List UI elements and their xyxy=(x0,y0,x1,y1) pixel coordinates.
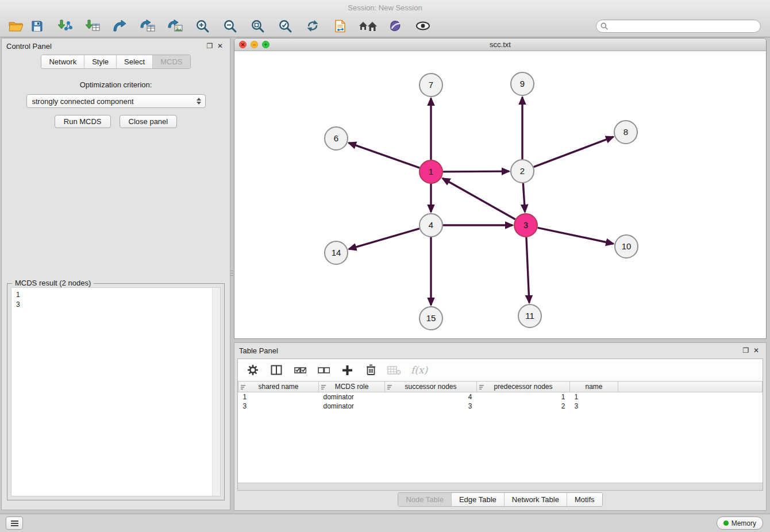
table-cell[interactable]: 1 xyxy=(570,392,618,402)
mcds-result-area[interactable]: 1 3 xyxy=(11,287,221,496)
column-header-predecessor-nodes[interactable]: predecessor nodes xyxy=(477,381,570,392)
table-cell[interactable]: 1 xyxy=(477,392,570,402)
table-row[interactable]: 1dominator411 xyxy=(238,392,763,402)
column-header-name[interactable]: name xyxy=(570,381,618,392)
table-settings-gear-icon[interactable] xyxy=(246,363,260,377)
table-panel: Table Panel ❐ ✕ xyxy=(234,342,767,511)
memory-button[interactable]: Memory xyxy=(717,516,763,530)
zoom-selected-icon[interactable] xyxy=(276,17,294,35)
table-cell[interactable]: 1 xyxy=(238,392,319,402)
minimize-window-icon[interactable]: − xyxy=(251,41,258,48)
zoom-out-icon[interactable] xyxy=(221,17,239,35)
import-table-icon[interactable] xyxy=(83,17,101,35)
zoom-window-icon[interactable]: + xyxy=(262,41,270,48)
table-cell[interactable]: dominator xyxy=(319,392,385,402)
table-hscrollbar[interactable] xyxy=(238,483,763,490)
edge-4-14[interactable] xyxy=(349,229,419,249)
edge-3-11[interactable] xyxy=(526,237,529,303)
task-history-button[interactable] xyxy=(6,516,23,530)
home-icons[interactable] xyxy=(359,17,377,35)
column-header-shared-name[interactable]: shared name xyxy=(238,381,319,392)
criterion-selected-value: strongly connected component xyxy=(32,97,134,106)
import-network-icon[interactable] xyxy=(55,17,74,35)
tab-style[interactable]: Style xyxy=(84,55,117,68)
node-15[interactable]: 15 xyxy=(419,307,442,330)
table-cell[interactable]: 3 xyxy=(385,402,477,411)
edge-3-10[interactable] xyxy=(538,228,614,244)
tab-network-table[interactable]: Network Table xyxy=(505,493,567,506)
float-panel-icon[interactable]: ❐ xyxy=(205,42,215,50)
delete-column-icon[interactable] xyxy=(364,363,378,377)
edge-1-6[interactable] xyxy=(349,143,419,168)
show-columns-icon[interactable] xyxy=(270,363,283,377)
column-header-mcds-role[interactable]: MCDS role xyxy=(319,381,385,392)
sort-icon xyxy=(241,384,247,392)
edge-3-1[interactable] xyxy=(442,178,515,219)
control-panel-title: Control Panel xyxy=(6,42,52,51)
sort-icon xyxy=(321,384,328,392)
node-1[interactable]: 1 xyxy=(419,160,442,183)
new-table-icon[interactable] xyxy=(138,17,156,35)
node-3[interactable]: 3 xyxy=(514,214,537,237)
tab-mcds[interactable]: MCDS xyxy=(153,55,190,68)
network-graph[interactable]: 7968124314101511 xyxy=(234,52,766,339)
apply-layout-icon[interactable] xyxy=(303,17,322,35)
new-network-icon[interactable] xyxy=(110,17,129,35)
network-canvas[interactable]: 7968124314101511 xyxy=(234,52,766,338)
column-header-successor-nodes[interactable]: successor nodes xyxy=(385,381,477,392)
panel-splitter-grip[interactable] xyxy=(230,265,233,280)
criterion-select[interactable]: strongly connected component xyxy=(26,94,206,108)
eye-icon[interactable] xyxy=(414,17,432,35)
node-6[interactable]: 6 xyxy=(325,127,348,150)
result-scrollbar[interactable] xyxy=(212,288,220,496)
close-table-panel-icon[interactable]: ✕ xyxy=(751,346,761,354)
search-input[interactable] xyxy=(610,22,756,30)
unselect-all-columns-icon[interactable] xyxy=(317,363,330,377)
close-panel-icon[interactable]: ✕ xyxy=(215,42,225,50)
table-cell[interactable]: dominator xyxy=(319,402,385,411)
node-14[interactable]: 14 xyxy=(325,241,348,264)
tab-node-table[interactable]: Node Table xyxy=(398,493,452,506)
tab-select[interactable]: Select xyxy=(117,55,153,68)
search-icon xyxy=(600,22,608,30)
search-box xyxy=(596,20,761,33)
node-2[interactable]: 2 xyxy=(511,160,534,183)
zoom-fit-icon[interactable] xyxy=(248,17,267,35)
export-image-icon[interactable] xyxy=(165,17,184,35)
table-cell[interactable]: 2 xyxy=(477,402,570,411)
style-brush-icon[interactable] xyxy=(386,17,405,35)
close-window-icon[interactable]: ✕ xyxy=(239,41,247,48)
node-8[interactable]: 8 xyxy=(614,121,637,144)
table-cell[interactable]: 4 xyxy=(385,392,477,402)
float-table-panel-icon[interactable]: ❐ xyxy=(741,346,751,354)
node-4[interactable]: 4 xyxy=(419,214,442,237)
node-9[interactable]: 9 xyxy=(511,72,534,95)
node-11[interactable]: 11 xyxy=(518,304,541,327)
add-column-icon[interactable] xyxy=(340,363,354,377)
table-cell[interactable]: 3 xyxy=(570,402,618,411)
edge-2-3[interactable] xyxy=(523,183,525,212)
close-panel-button[interactable]: Close panel xyxy=(120,115,178,128)
function-builder-icon[interactable]: f(x) xyxy=(411,364,428,376)
delete-table-icon[interactable] xyxy=(387,363,401,377)
svg-text:14: 14 xyxy=(332,248,341,257)
export-network-icon[interactable] xyxy=(331,17,349,35)
open-session-icon[interactable] xyxy=(7,17,25,35)
run-mcds-button[interactable]: Run MCDS xyxy=(55,115,111,128)
zoom-in-icon[interactable] xyxy=(193,17,211,35)
table-row[interactable]: 3dominator323 xyxy=(238,402,763,411)
tab-motifs[interactable]: Motifs xyxy=(567,493,602,506)
node-10[interactable]: 10 xyxy=(615,235,638,258)
svg-text:10: 10 xyxy=(622,241,632,251)
table-cell-filler xyxy=(618,402,763,411)
table-cell[interactable]: 3 xyxy=(238,402,319,411)
edge-1-2[interactable] xyxy=(443,171,509,172)
window-chrome: Session: New Session xyxy=(0,0,770,37)
tab-edge-table[interactable]: Edge Table xyxy=(452,493,505,506)
column-header-filler xyxy=(618,381,763,392)
save-session-icon[interactable] xyxy=(28,17,46,35)
select-all-columns-icon[interactable] xyxy=(293,363,307,377)
tab-network[interactable]: Network xyxy=(41,55,84,68)
node-7[interactable]: 7 xyxy=(419,74,442,97)
edge-2-8[interactable] xyxy=(534,137,614,167)
